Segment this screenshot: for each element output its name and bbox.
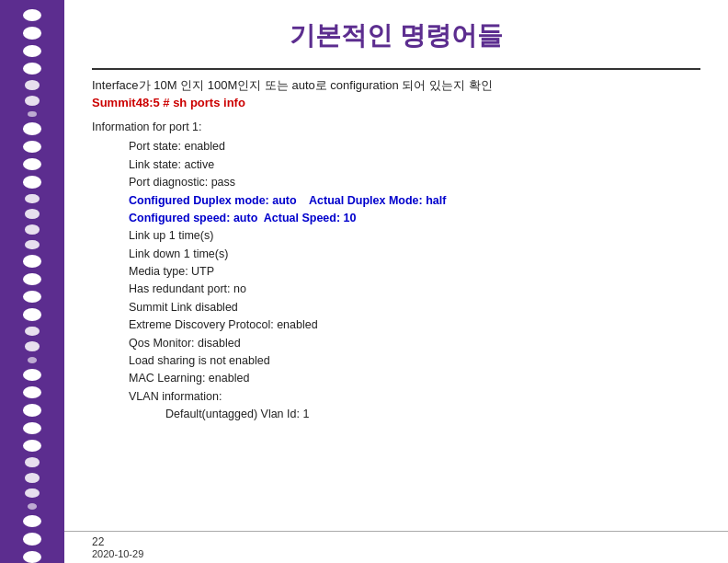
list-item-load-sharing: Load sharing is not enabled [92, 352, 700, 370]
dot [25, 96, 40, 106]
list-item: Link state: active [92, 156, 700, 174]
dot [25, 209, 40, 219]
divider [92, 68, 700, 70]
dot [23, 291, 41, 303]
dot [25, 473, 40, 483]
list-item: Summit Link disabled [92, 299, 700, 316]
dot [28, 111, 37, 118]
dot [23, 369, 41, 381]
list-item-vlan: Default(untagged) Vlan Id: 1 [92, 406, 700, 423]
dot [23, 551, 41, 563]
dot [28, 357, 37, 363]
bottom-bar: 22 2020-10-29 [64, 531, 728, 563]
sidebar-dots [0, 0, 64, 563]
list-item: Port state: enabled [92, 138, 700, 155]
list-item: Link up 1 time(s) [92, 227, 700, 245]
dot [23, 141, 41, 153]
dot [23, 422, 41, 434]
page-number: 22 [92, 535, 700, 548]
list-item-speed: Configured speed: auto Actual Speed: 10 [92, 210, 700, 227]
dot [23, 440, 41, 452]
command-line: Summit48:5 # sh ports info [92, 96, 700, 109]
date-label: 2020-10-29 [92, 548, 700, 559]
dot [23, 273, 41, 285]
dot [23, 533, 41, 545]
info-block: Information for port 1: Port state: enab… [92, 119, 700, 423]
dot [23, 515, 41, 527]
dot [23, 9, 41, 21]
dot [25, 327, 40, 337]
dot [23, 404, 41, 416]
dot [23, 308, 41, 320]
dot [25, 457, 40, 467]
dot [25, 240, 40, 250]
list-item-duplex: Configured Duplex mode: auto Actual Dupl… [92, 192, 700, 210]
list-item: Extreme Discovery Protocol: enabled [92, 316, 700, 334]
info-title: Information for port 1: [92, 119, 700, 136]
list-item: Port diagnostic: pass [92, 174, 700, 191]
list-item: Has redundant port: no [92, 281, 700, 298]
dot [25, 341, 40, 351]
dot [25, 488, 40, 499]
list-item: Media type: UTP [92, 263, 700, 281]
dot [25, 224, 40, 235]
dot [23, 27, 41, 39]
dot [25, 194, 40, 204]
dot [23, 158, 41, 170]
dot [25, 80, 40, 90]
list-item: VLAN information: [92, 388, 700, 406]
dot [23, 176, 41, 188]
page-title: 기본적인 명령어들 [92, 18, 700, 53]
dot [23, 386, 41, 398]
list-item: Qos Monitor: disabled [92, 335, 700, 352]
main-content: 기본적인 명령어들 Interface가 10M 인지 100M인지 또는 au… [64, 0, 728, 563]
dot [23, 45, 41, 57]
description: Interface가 10M 인지 100M인지 또는 auto로 config… [92, 77, 700, 94]
dot [28, 503, 37, 510]
dot [23, 255, 41, 267]
list-item: MAC Learning: enabled [92, 370, 700, 387]
list-item: Link down 1 time(s) [92, 246, 700, 263]
dot [23, 122, 41, 134]
dot [23, 63, 41, 75]
